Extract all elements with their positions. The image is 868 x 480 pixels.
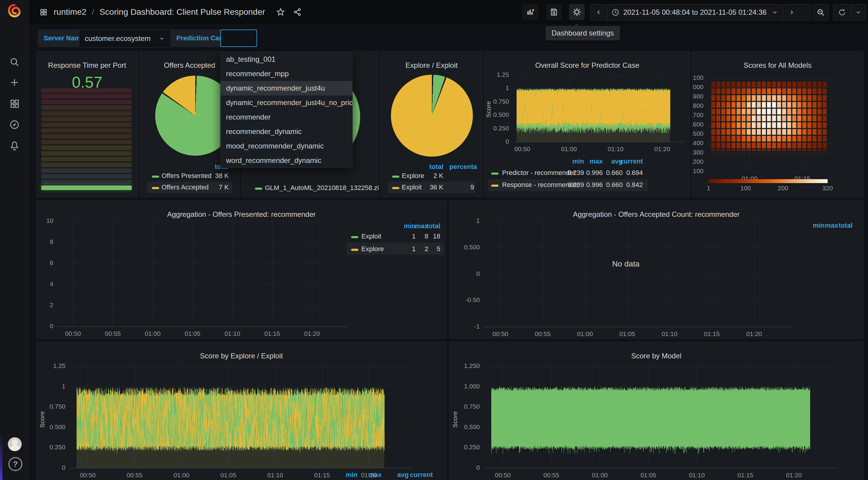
time-range-picker[interactable]: 2021-11-05 00:48:04 to 2021-11-05 01:24:… — [590, 4, 811, 21]
series-dash — [392, 176, 399, 178]
legend-header-total[interactable]: total — [419, 163, 443, 171]
colorbar-tick-label: 200 — [770, 184, 797, 192]
refresh-interval-chevron[interactable] — [851, 4, 866, 20]
x-axis-tick-label: 01:05 — [210, 472, 247, 479]
time-back-chevron[interactable] — [590, 4, 608, 20]
dropdown-option[interactable]: recommender — [221, 110, 352, 124]
gridline-vertical — [543, 221, 543, 327]
y-axis-tick-label: 1.000 — [456, 383, 480, 390]
lcd-bar-row — [41, 111, 132, 116]
legend-row-value: 36 K — [419, 183, 443, 191]
legend-header-total[interactable]: total — [829, 221, 852, 230]
x-axis-tick-label: 01:05 — [630, 472, 666, 479]
series-band-canvas — [484, 366, 838, 468]
time-dropdown-chevron[interactable] — [767, 4, 783, 20]
y-axis-tick-label: -0.50 — [453, 296, 480, 304]
time-forward-chevron[interactable] — [783, 4, 800, 20]
breadcrumb-app[interactable]: runtime2 — [54, 7, 87, 17]
legend-stat: 18 — [416, 233, 440, 240]
y-axis-tick-label: 0 — [485, 138, 509, 145]
dashboard-grid-icon[interactable] — [37, 6, 50, 18]
legend-row-label[interactable]: Exploit — [402, 183, 422, 191]
series-dash — [255, 187, 262, 190]
legend-row-label[interactable]: Offers Accepted — [161, 183, 209, 191]
alerting-bell-icon[interactable] — [7, 139, 22, 153]
panel-agg-presented: Aggregation - Offers Presented: recommen… — [36, 200, 447, 339]
dropdown-option[interactable]: dynamic_recommender_just4u — [221, 81, 352, 96]
share-icon[interactable] — [293, 7, 302, 16]
heatmap-colorbar — [709, 179, 828, 183]
star-icon[interactable] — [276, 7, 285, 16]
prediction-case-input[interactable] — [220, 30, 257, 47]
user-avatar[interactable] — [8, 437, 22, 451]
gridline-horizontal — [58, 305, 348, 306]
gridline-vertical — [312, 221, 312, 327]
legend-header-total[interactable]: total — [416, 222, 440, 230]
save-dashboard-button[interactable] — [546, 4, 562, 20]
x-axis-tick-label: 01:20 — [644, 145, 680, 153]
add-panel-button[interactable] — [523, 4, 538, 20]
x-axis-tick-label: 01:20 — [776, 472, 812, 479]
refresh-icon[interactable] — [833, 4, 851, 20]
server-name-select[interactable]: customer.ecosystem — [79, 30, 170, 47]
grafana-logo[interactable] — [7, 4, 22, 18]
dropdown-option[interactable]: recommender_mpp — [221, 67, 352, 81]
x-axis-tick-label: 01:15 — [694, 330, 730, 338]
chart-heatmap: 1.1001.0000.9000.8000.7000.6000.5000.400… — [692, 52, 863, 197]
page-title[interactable]: Scoring Dashboard: Client Pulse Responde… — [99, 7, 265, 17]
explore-compass-icon[interactable] — [7, 117, 22, 132]
x-axis-tick-label: 00:50 — [504, 145, 540, 153]
dropdown-option[interactable]: dynamic_recommender_just4u_no_priors — [221, 96, 352, 110]
x-axis-baseline — [513, 142, 684, 142]
y-axis-tick-label: 0.250 — [41, 444, 65, 451]
help-icon[interactable]: ? — [8, 457, 22, 471]
lcd-bar-row — [41, 134, 132, 139]
zoom-out-button[interactable] — [812, 4, 829, 21]
breadcrumb-separator: / — [92, 7, 94, 17]
legend-header-current[interactable]: current — [613, 158, 643, 165]
dropdown-option[interactable]: mood_recommender_dynamic — [221, 139, 352, 153]
gridline-vertical — [500, 221, 501, 327]
y-axis-tick-label: 0.750 — [485, 98, 509, 105]
lcd-bar-row — [41, 168, 132, 173]
legend-row-label[interactable]: Exploit — [361, 233, 381, 240]
legend-row-label[interactable]: GLM_1_AutoML_20210818_132258.zip — [265, 184, 379, 192]
create-icon[interactable] — [7, 75, 22, 90]
y-axis-tick-label: 10 — [38, 217, 53, 224]
legend-row-label[interactable]: Offers Presented — [161, 172, 212, 180]
time-range-text[interactable]: 2021-11-05 00:48:04 to 2021-11-05 01:24:… — [623, 8, 767, 16]
y-axis-tick-label: 1.25 — [41, 362, 65, 370]
dropdown-option[interactable]: recommender_dynamic — [221, 124, 352, 139]
dropdown-option[interactable]: word_recommender_dynamic — [221, 153, 352, 168]
legend-row-value: 7 K — [205, 183, 229, 191]
panel-title[interactable]: Response Time per Port — [36, 61, 138, 70]
legend-header-max[interactable]: max — [358, 471, 381, 479]
x-axis-tick-label: 01:05 — [609, 330, 645, 338]
panel-explore-exploit: Explore / Exploit total percenta Explore… — [380, 51, 483, 197]
legend-header-percentage[interactable]: percenta — [450, 163, 483, 171]
gridline-vertical — [153, 221, 153, 327]
lcd-bar-row — [41, 163, 132, 167]
y-axis-tick-label: 0.500 — [456, 423, 480, 431]
topbar: runtime2 / Scoring Dashboard: Client Pul… — [29, 0, 868, 24]
dashboards-icon[interactable] — [7, 96, 22, 111]
panel-title[interactable]: Explore / Exploit — [381, 61, 483, 70]
chart-agg-presented: 108642000:5000:5501:0001:0501:1001:1501:… — [36, 201, 446, 339]
panel-overall-score: Overall Score for Predictor Case Score 1… — [484, 51, 690, 197]
dropdown-option[interactable]: ab_testing_001 — [221, 52, 352, 67]
gridline-horizontal — [484, 300, 793, 301]
series-dash — [152, 187, 159, 189]
legend-row-label[interactable]: Explore — [361, 245, 384, 253]
refresh-button-group[interactable] — [833, 4, 866, 21]
corner-glow-decoration — [0, 432, 2, 480]
legend-stat: 5 — [416, 245, 440, 253]
search-icon[interactable] — [7, 55, 22, 69]
legend-header-min[interactable]: min — [333, 471, 358, 479]
legend-header-current[interactable]: current — [403, 471, 433, 479]
x-axis-tick-label: 00:50 — [482, 330, 518, 338]
dashboard-settings-button[interactable] — [569, 4, 585, 20]
y-axis-tick-label: 0.250 — [485, 125, 509, 132]
x-axis-tick-label: 01:10 — [257, 472, 293, 479]
sidebar: ? — [0, 0, 29, 480]
lcd-bar-row — [41, 105, 132, 110]
